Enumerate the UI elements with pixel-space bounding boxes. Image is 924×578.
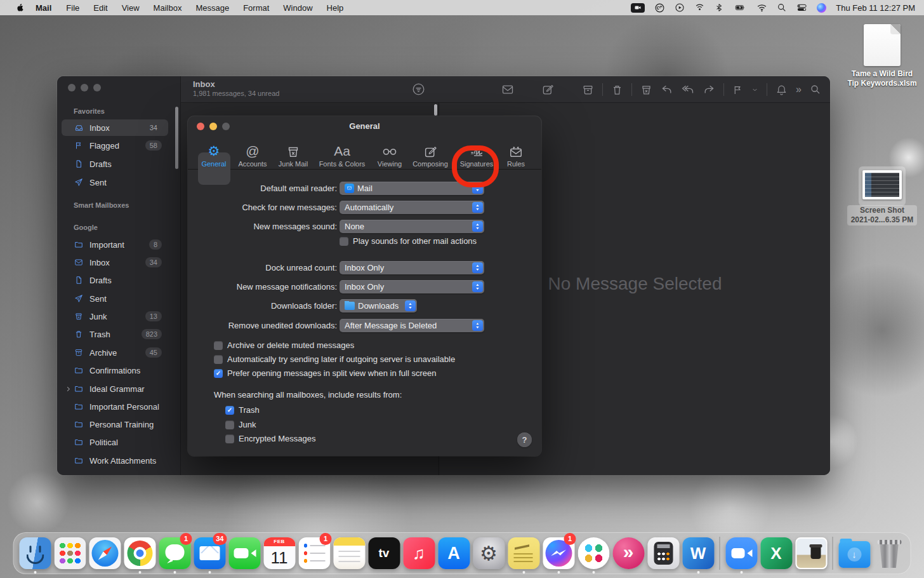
dock-notes[interactable] <box>332 532 367 574</box>
stickies-icon[interactable] <box>508 537 539 569</box>
battery-icon[interactable] <box>733 3 747 13</box>
slack-icon[interactable] <box>578 537 609 569</box>
screen-record-icon[interactable] <box>631 3 645 13</box>
delete-icon[interactable] <box>611 84 623 96</box>
new-messages-sound-popup[interactable]: None <box>340 220 484 233</box>
dock-slack[interactable] <box>576 532 611 574</box>
dock-system-preferences[interactable]: ⚙ <box>472 532 506 574</box>
sidebar-section-smart-mailboxes[interactable]: Smart Mailboxes <box>74 201 129 209</box>
sidebar-item-trash[interactable]: Trash 823 <box>62 326 168 342</box>
dock-music[interactable]: ♫ <box>402 532 437 574</box>
search-junk-checkbox-row[interactable]: Junk <box>225 420 256 429</box>
calendar-icon[interactable]: FEB11 <box>263 537 295 569</box>
window-controls[interactable] <box>68 84 101 91</box>
new-message-notifications-popup[interactable]: Inbox Only <box>340 280 484 293</box>
archive-muted-checkbox-row[interactable]: Archive or delete muted messages <box>214 340 354 350</box>
sidebar-item-personal-training[interactable]: Personal Training <box>62 416 168 433</box>
image-file-icon[interactable] <box>795 537 827 569</box>
word-icon[interactable]: W <box>682 537 714 569</box>
sidebar-item-important-personal[interactable]: Important Personal <box>62 398 168 415</box>
control-center-icon[interactable] <box>796 3 807 13</box>
facetime-icon[interactable] <box>228 537 260 569</box>
siri-icon[interactable] <box>817 3 826 13</box>
play-circle-icon[interactable] <box>675 3 685 13</box>
sidebar-item-drafts[interactable]: Drafts <box>62 156 168 172</box>
app-store-icon[interactable]: A <box>438 537 470 569</box>
sidebar-item-flagged[interactable]: Flagged 58 <box>62 137 168 154</box>
chrome-icon[interactable] <box>124 537 155 569</box>
menu-item-help[interactable]: Help <box>320 3 351 13</box>
archive-icon[interactable] <box>582 84 594 96</box>
menu-item-window[interactable]: Window <box>276 3 319 13</box>
reply-all-icon[interactable] <box>682 83 694 96</box>
search-trash-checkbox-row[interactable]: ✓ Trash <box>225 405 260 415</box>
calculator-icon[interactable] <box>647 537 679 569</box>
sidebar-item-political[interactable]: Political <box>62 434 168 450</box>
dock-launchpad[interactable] <box>53 532 88 574</box>
dock-facetime[interactable] <box>227 532 262 574</box>
checkbox-unchecked[interactable] <box>225 434 234 443</box>
dock-reminders[interactable]: 1 <box>297 532 332 574</box>
dock-calendar[interactable]: FEB11 <box>262 532 297 574</box>
dock-chrome[interactable] <box>122 532 157 574</box>
get-mail-icon[interactable] <box>501 83 514 96</box>
dock-apple-tv[interactable]: tv <box>367 532 402 574</box>
checkbox-unchecked[interactable] <box>225 420 234 429</box>
menu-item-format[interactable]: Format <box>236 3 276 13</box>
menu-item-file[interactable]: File <box>59 3 86 13</box>
music-icon[interactable]: ♫ <box>403 537 435 569</box>
dock-skitch[interactable]: » <box>611 532 646 574</box>
menu-item-edit[interactable]: Edit <box>86 3 114 13</box>
dock-zoom[interactable] <box>724 532 759 574</box>
dock-downloads[interactable] <box>837 532 872 574</box>
menu-clock[interactable]: Thu Feb 11 12:27 PM <box>836 3 915 13</box>
check-new-messages-popup[interactable]: Automatically <box>340 201 484 214</box>
sidebar-item-google-sent[interactable]: Sent <box>62 290 168 307</box>
menu-app-name[interactable]: Mail <box>28 3 59 13</box>
dock-image-file[interactable] <box>794 532 829 574</box>
sidebar-section-google[interactable]: Google <box>74 224 98 231</box>
apple-tv-icon[interactable]: tv <box>368 537 400 569</box>
filter-icon[interactable] <box>412 83 425 96</box>
finder-icon[interactable] <box>19 537 51 569</box>
play-sounds-checkbox-row[interactable]: Play sounds for other mail actions <box>340 236 477 246</box>
forward-icon[interactable] <box>703 83 715 96</box>
flag-icon[interactable] <box>732 84 743 95</box>
close-button[interactable] <box>68 84 76 91</box>
search-encrypted-checkbox-row[interactable]: Encrypted Messages <box>225 434 315 443</box>
junk-icon[interactable] <box>640 84 652 96</box>
checkbox-unchecked[interactable] <box>214 341 223 350</box>
sidebar-item-sent[interactable]: Sent <box>62 174 168 191</box>
dock-word[interactable]: W <box>681 532 716 574</box>
system-preferences-icon[interactable]: ⚙ <box>473 537 505 569</box>
safari-icon[interactable] <box>89 537 121 569</box>
wifi-icon[interactable] <box>756 3 767 13</box>
sidebar-item-important[interactable]: Important 8 <box>62 236 168 253</box>
overflow-chevrons-icon[interactable]: » <box>796 84 802 95</box>
checkbox-unchecked[interactable] <box>340 237 348 246</box>
hotspot-icon[interactable] <box>694 3 705 13</box>
dock-messages[interactable]: 1 <box>157 532 192 574</box>
dock-messenger[interactable]: 1 <box>541 532 576 574</box>
minimize-button[interactable] <box>81 84 88 91</box>
sidebar-item-junk[interactable]: Junk 13 <box>62 308 168 325</box>
launchpad-icon[interactable] <box>54 537 86 569</box>
downloads-folder-icon[interactable] <box>838 541 870 568</box>
dock-stickies[interactable] <box>506 532 541 574</box>
desktop-file-screenshot[interactable]: Screen Shot 2021-02...6.35 PM <box>844 170 920 225</box>
checkbox-checked[interactable]: ✓ <box>214 369 223 378</box>
sidebar-item-ideal-grammar[interactable]: Ideal Grammar <box>62 380 168 397</box>
apple-menu-icon[interactable] <box>11 3 28 13</box>
dock-finder[interactable] <box>18 532 53 574</box>
dock-app-store[interactable]: A <box>437 532 472 574</box>
menu-item-mailbox[interactable]: Mailbox <box>147 3 189 13</box>
menu-item-view[interactable]: View <box>115 3 147 13</box>
checkbox-checked[interactable]: ✓ <box>225 406 234 415</box>
sidebar-item-google-drafts[interactable]: Drafts <box>62 272 168 288</box>
desktop-file-xlsm[interactable]: Tame a Wild Bird Tip Keywords.xlsm <box>844 24 920 88</box>
reply-icon[interactable] <box>661 83 673 96</box>
menu-item-message[interactable]: Message <box>188 3 236 13</box>
downloads-folder-popup[interactable]: Downloads <box>340 299 417 313</box>
dock-mail[interactable]: 34 <box>192 532 227 574</box>
dock-excel[interactable]: X <box>759 532 794 574</box>
